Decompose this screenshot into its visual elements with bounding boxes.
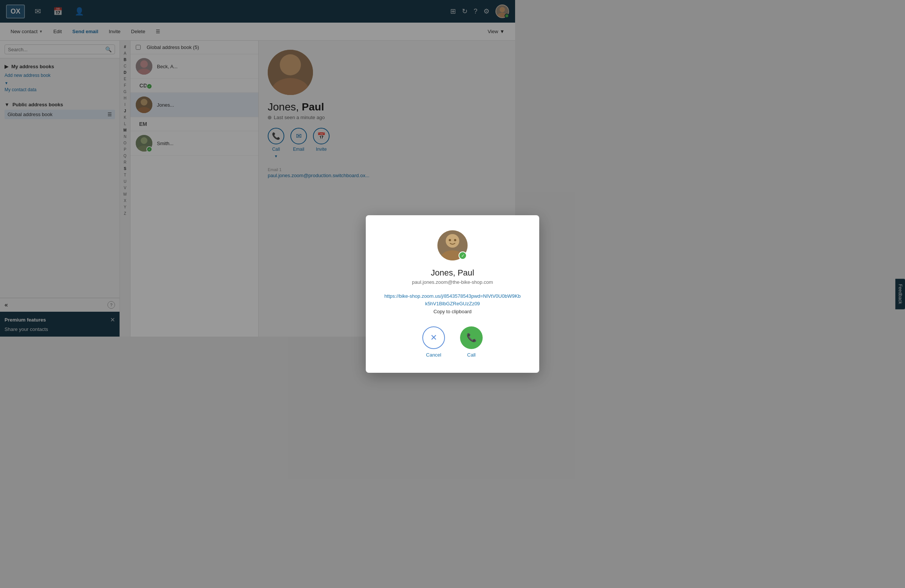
modal-cancel-wrap: ✕ Cancel bbox=[422, 326, 445, 337]
modal-contact-name: Jones, Paul bbox=[431, 268, 475, 278]
modal-call-wrap: 📞 Call bbox=[460, 326, 483, 337]
svg-point-18 bbox=[449, 239, 451, 241]
svg-point-16 bbox=[446, 234, 459, 248]
modal-overlay: ✓ Jones, Paul paul.jones.zoom@the-bike-s… bbox=[0, 0, 515, 337]
modal-avatar-wrap: ✓ bbox=[437, 230, 468, 260]
modal-contact-email: paul.jones.zoom@the-bike-shop.com bbox=[412, 279, 493, 285]
svg-point-19 bbox=[454, 239, 456, 241]
modal-avatar-badge: ✓ bbox=[459, 251, 467, 260]
modal-copy-text[interactable]: Copy to clipboard bbox=[433, 309, 472, 314]
modal-buttons: ✕ Cancel 📞 Call bbox=[422, 326, 483, 337]
call-modal: ✓ Jones, Paul paul.jones.zoom@the-bike-s… bbox=[366, 215, 515, 337]
modal-call-button[interactable]: 📞 bbox=[460, 326, 483, 337]
modal-zoom-link[interactable]: https://bike-shop.zoom.us/j/8543578543pw… bbox=[384, 293, 515, 307]
modal-cancel-button[interactable]: ✕ bbox=[422, 326, 445, 337]
